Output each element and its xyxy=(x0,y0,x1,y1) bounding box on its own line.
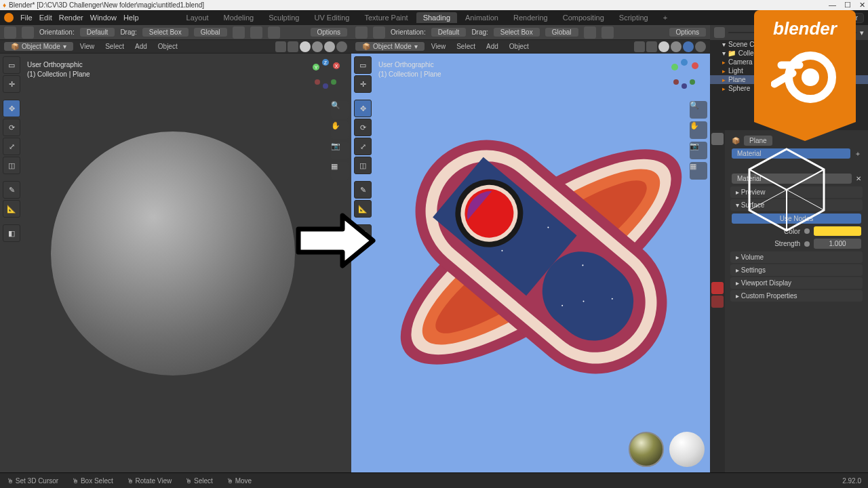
close-button[interactable]: ✕ xyxy=(859,1,865,9)
gizmo-toggle[interactable] xyxy=(288,41,298,52)
submenu-select[interactable]: Select xyxy=(101,42,128,51)
shade-solid-icon[interactable] xyxy=(312,41,323,52)
mode-dropdown[interactable]: 📦 Object Mode ▾ xyxy=(4,42,73,51)
tab-scripting[interactable]: Scripting xyxy=(612,12,655,23)
prop-tab-physics[interactable] xyxy=(711,241,724,253)
tab-rendering[interactable]: Rendering xyxy=(507,12,555,23)
shade-material-icon[interactable] xyxy=(324,41,335,52)
section-volume[interactable]: ▸ Volume xyxy=(730,251,863,263)
gizmo-toggle[interactable] xyxy=(646,41,657,52)
shade-material-icon[interactable] xyxy=(683,41,694,52)
maximize-button[interactable]: ☐ xyxy=(844,1,851,9)
prop-tab-particle[interactable] xyxy=(711,228,724,240)
menu-help[interactable]: Help xyxy=(123,14,139,22)
tool-scale[interactable]: ⤢ xyxy=(354,138,372,155)
menu-render[interactable]: Render xyxy=(59,14,83,22)
tab-layout[interactable]: Layout xyxy=(180,12,216,23)
cursor-icon[interactable] xyxy=(373,26,385,39)
options-dropdown[interactable]: Options xyxy=(311,28,347,37)
menu-edit[interactable]: Edit xyxy=(39,14,52,22)
transform-dropdown[interactable]: Global xyxy=(194,28,227,37)
submenu-object[interactable]: Object xyxy=(505,42,533,51)
orientation-dropdown[interactable]: Default xyxy=(431,28,467,37)
axis-gizmo[interactable]: X Y Z xyxy=(309,59,342,92)
prop-tab-world[interactable] xyxy=(711,187,724,199)
tab-uv[interactable]: UV Editing xyxy=(307,12,356,23)
tool-annotate[interactable]: ✎ xyxy=(3,181,20,199)
prop-tab-object[interactable] xyxy=(711,201,724,213)
tool-measure[interactable]: 📐 xyxy=(3,200,20,218)
viewport-canvas-right[interactable]: ▭ ✛ ✥ ⟳ ⤢ ◫ ✎ 📐 ◧ User Orthographic (1) … xyxy=(351,54,710,472)
shade-render-icon[interactable] xyxy=(695,41,706,52)
tool-move[interactable]: ✥ xyxy=(354,100,372,117)
prop-tab-data[interactable] xyxy=(711,268,724,281)
section-settings[interactable]: ▸ Settings xyxy=(730,264,863,276)
submenu-view[interactable]: View xyxy=(76,42,99,51)
drag-dropdown[interactable]: Select Box xyxy=(494,28,540,37)
prop-tab-modifier[interactable] xyxy=(711,214,724,226)
prop-tab-material[interactable] xyxy=(711,282,724,294)
snap-type-icon[interactable] xyxy=(250,26,262,39)
tool-scale[interactable]: ⤢ xyxy=(3,138,20,155)
camera-gizmo[interactable]: 📷 xyxy=(331,142,349,159)
tool-move[interactable]: ✥ xyxy=(3,100,20,117)
tab-sculpting[interactable]: Sculpting xyxy=(262,12,306,23)
tool-cursor[interactable]: ✛ xyxy=(354,75,372,93)
submenu-add[interactable]: Add xyxy=(482,42,502,51)
section-viewport[interactable]: ▸ Viewport Display xyxy=(730,277,863,289)
tool-select[interactable]: ▭ xyxy=(3,56,20,74)
cursor-icon[interactable] xyxy=(22,26,34,39)
submenu-select[interactable]: Select xyxy=(452,42,479,51)
section-custom[interactable]: ▸ Custom Properties xyxy=(730,290,863,302)
prop-tab-render[interactable] xyxy=(711,133,724,145)
orientation-dropdown[interactable]: Default xyxy=(80,28,115,37)
menu-window[interactable]: Window xyxy=(90,14,117,22)
tool-select[interactable]: ▭ xyxy=(354,56,372,74)
tool-annotate[interactable]: ✎ xyxy=(354,181,372,199)
mode-dropdown[interactable]: 📦 Object Mode ▾ xyxy=(355,42,425,51)
tab-texture[interactable]: Texture Paint xyxy=(357,12,414,23)
tool-transform[interactable]: ◫ xyxy=(3,157,20,174)
tab-add[interactable]: + xyxy=(656,12,674,23)
drag-dropdown[interactable]: Select Box xyxy=(142,28,189,37)
proportional-icon[interactable] xyxy=(268,26,280,39)
tool-rotate[interactable]: ⟳ xyxy=(3,119,20,136)
shade-render-icon[interactable] xyxy=(336,41,347,52)
unlink-icon[interactable]: ✕ xyxy=(856,175,861,182)
tool-transform[interactable]: ◫ xyxy=(354,157,372,174)
strength-value[interactable]: 1.000 xyxy=(814,239,861,249)
shade-wire-icon[interactable] xyxy=(300,41,311,52)
submenu-object[interactable]: Object xyxy=(154,42,182,51)
submenu-view[interactable]: View xyxy=(427,42,450,51)
strength-socket-icon[interactable] xyxy=(804,241,810,247)
tab-compositing[interactable]: Compositing xyxy=(556,12,611,23)
snap-icon[interactable] xyxy=(233,26,245,39)
tab-modeling[interactable]: Modeling xyxy=(217,12,261,23)
prop-tab-scene[interactable] xyxy=(711,174,724,186)
snap-icon[interactable] xyxy=(584,26,596,39)
prop-tab-constraint[interactable] xyxy=(711,255,724,267)
options-dropdown[interactable]: Options xyxy=(669,28,706,37)
outliner-type-icon[interactable] xyxy=(714,27,725,38)
ortho-gizmo[interactable]: ▦ xyxy=(331,162,349,180)
prop-tab-view[interactable] xyxy=(711,160,724,172)
tool-cursor[interactable]: ✛ xyxy=(3,75,20,93)
snap-type-icon[interactable] xyxy=(601,26,614,39)
shading-toggle[interactable] xyxy=(275,41,286,52)
pan-gizmo[interactable]: ✋ xyxy=(331,121,349,139)
editor-type-icon[interactable] xyxy=(4,26,16,39)
submenu-add[interactable]: Add xyxy=(131,42,151,51)
filter-icon[interactable]: ▾ xyxy=(860,28,864,37)
tab-shading[interactable]: Shading xyxy=(416,12,457,23)
menu-file[interactable]: File xyxy=(20,14,33,22)
shade-solid-icon[interactable] xyxy=(671,41,682,52)
transform-dropdown[interactable]: Global xyxy=(545,28,578,37)
shade-wire-icon[interactable] xyxy=(658,41,669,52)
tool-rotate[interactable]: ⟳ xyxy=(354,119,372,136)
prop-tab-output[interactable] xyxy=(711,146,724,159)
tool-addcube[interactable]: ◧ xyxy=(3,224,20,242)
zoom-gizmo[interactable]: 🔍 xyxy=(331,101,349,119)
add-slot-icon[interactable]: ＋ xyxy=(854,149,861,159)
minimize-button[interactable]: — xyxy=(829,1,836,9)
prop-tab-texture[interactable] xyxy=(711,296,724,308)
